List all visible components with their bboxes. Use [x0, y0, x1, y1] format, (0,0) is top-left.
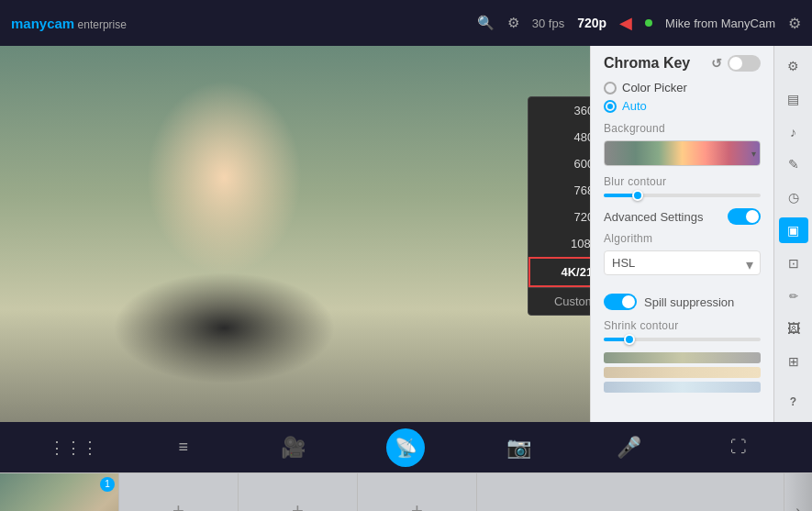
shrink-slider-thumb[interactable] [624, 334, 635, 345]
logo: manycam enterprise [11, 16, 468, 31]
sidebar-history-icon[interactable]: ◷ [779, 184, 808, 210]
logo-suffix: enterprise [74, 18, 127, 31]
bg-dropdown-arrow-icon: ▾ [751, 149, 756, 159]
res-option-480p[interactable]: 480p [528, 124, 590, 150]
scene-add-2[interactable]: + [239, 473, 358, 512]
advanced-settings-toggle[interactable] [728, 208, 761, 225]
resolution-button[interactable]: 720p [577, 16, 606, 30]
blur-slider-fill [604, 194, 635, 197]
shrink-slider-track[interactable] [604, 338, 761, 341]
res-option-600p[interactable]: 600p [528, 150, 590, 177]
list-toolbar-icon[interactable]: ≡ [167, 431, 200, 464]
photo-toolbar-icon[interactable]: 📷 [502, 431, 535, 464]
topbar: manycam enterprise 🔍 ⚙ 30 fps 720p ◀ Mik… [0, 0, 812, 46]
blur-slider-track[interactable] [604, 194, 761, 197]
scene-thumbnail-1[interactable]: 1 [0, 473, 119, 512]
auto-label: Auto [622, 99, 647, 113]
scene-badge: 1 [100, 477, 115, 492]
sidebar-icons: ⚙ ▤ ♪ ✎ ◷ ▣ ⊡ ✏ 🖼 ⊞ ? [773, 46, 812, 422]
scene-add-icon-1: + [172, 499, 184, 512]
color-picker-label: Color Picker [622, 81, 687, 94]
fullscreen-toolbar-icon[interactable]: ⛶ [722, 431, 755, 464]
scene-next-icon: › [795, 503, 800, 512]
color-picker-radio[interactable] [604, 82, 617, 94]
sidebar-audio-icon[interactable]: ♪ [779, 119, 808, 145]
video-preview [0, 46, 590, 422]
color-bar-2 [604, 367, 761, 378]
color-bar-3 [604, 382, 761, 393]
background-section-label: Background [604, 122, 761, 135]
bottom-scenes: 1 + + + › [0, 472, 812, 511]
algorithm-section-label: Algorithm [604, 232, 761, 245]
blur-slider-thumb[interactable] [632, 190, 643, 201]
fps-display: 30 fps [532, 17, 564, 30]
scene-add-3[interactable]: + [358, 473, 477, 512]
resolution-arrow-icon: ◀ [619, 13, 632, 33]
shrink-contour-slider[interactable] [604, 338, 761, 341]
auto-option[interactable]: Auto [604, 99, 761, 113]
color-bar-1 [604, 352, 761, 363]
reset-icon[interactable]: ↺ [711, 56, 722, 71]
scene-add-1[interactable]: + [119, 473, 239, 512]
topbar-controls: 🔍 ⚙ 30 fps 720p ◀ Mike from ManyCam ⚙ [477, 13, 801, 33]
scene-add-icon-2: + [292, 499, 304, 512]
sidebar-help-icon[interactable]: ? [779, 389, 808, 415]
mic-toolbar-icon[interactable]: 🎤 [612, 431, 645, 464]
res-customize-option[interactable]: Customize... [528, 287, 590, 315]
sidebar-image-icon[interactable]: 🖼 [779, 317, 808, 342]
sidebar-group-icon[interactable]: ⊞ [779, 349, 808, 374]
color-picker-option[interactable]: Color Picker [604, 81, 761, 94]
shrink-color-bars [604, 352, 761, 393]
panel-title: Chroma Key [604, 55, 690, 72]
resolution-dropdown: 360p 480p 600p 768p 720p 1080p 4K/2160p … [528, 96, 590, 316]
spill-suppression-label: Spill suppression [644, 295, 734, 309]
res-option-1080p[interactable]: 1080p [528, 230, 590, 257]
user-name: Mike from ManyCam [665, 17, 775, 30]
res-option-768p[interactable]: 768p [528, 177, 590, 204]
dots-toolbar-icon[interactable]: ⋮⋮⋮ [57, 431, 90, 464]
logo-cam: cam [47, 16, 74, 31]
shrink-contour-label: Shrink contour [604, 319, 761, 332]
broadcast-toolbar-icon[interactable]: 📡 [386, 428, 425, 467]
sidebar-layers-icon[interactable]: ▤ [779, 86, 808, 112]
spill-suppression-row: Spill suppression [604, 294, 761, 310]
auto-radio[interactable] [604, 100, 617, 113]
panel-title-row: Chroma Key ↺ [604, 55, 761, 72]
right-panel: Chroma Key ↺ Color Picker Auto Backgroun… [590, 46, 773, 422]
scene-add-icon-3: + [411, 499, 423, 512]
sidebar-brush-icon[interactable]: ✏ [779, 283, 808, 309]
video-area: 360p 480p 600p 768p 720p 1080p 4K/2160p … [0, 46, 590, 422]
sidebar-display-icon[interactable]: ▣ [779, 217, 808, 243]
blur-contour-label: Blur contour [604, 175, 761, 188]
sidebar-script-icon[interactable]: ✎ [779, 151, 808, 177]
res-option-4k[interactable]: 4K/2160p [528, 257, 590, 287]
res-option-360p[interactable]: 360p [528, 97, 590, 124]
main-area: 360p 480p 600p 768p 720p 1080p 4K/2160p … [0, 46, 812, 422]
advanced-settings-label: Advanced Settings [604, 210, 703, 224]
color-mode-group: Color Picker Auto [604, 81, 761, 113]
gear-icon[interactable]: ⚙ [788, 15, 801, 32]
scene-thumb-img [0, 473, 118, 512]
scene-empty-area [477, 473, 784, 512]
blur-contour-slider[interactable] [604, 194, 761, 197]
advanced-settings-row: Advanced Settings [604, 208, 761, 225]
algorithm-select-wrapper: HSL RGB YCbCr [604, 250, 761, 284]
scene-next-button[interactable]: › [784, 473, 812, 512]
zoom-icon[interactable]: 🔍 [477, 15, 495, 31]
background-color-picker[interactable]: ▾ [604, 140, 761, 166]
logo-many: many [11, 16, 47, 31]
user-status-dot [645, 19, 652, 27]
chroma-key-toggle[interactable] [728, 55, 761, 72]
sidebar-frame-icon[interactable]: ⊡ [779, 250, 808, 276]
sidebar-settings-icon[interactable]: ⚙ [779, 53, 808, 79]
res-option-720p[interactable]: 720p [528, 204, 590, 230]
settings2-icon[interactable]: ⚙ [507, 15, 519, 31]
algorithm-select[interactable]: HSL RGB YCbCr [604, 250, 761, 275]
camera-toolbar-icon[interactable]: 🎥 [277, 431, 310, 464]
bottom-toolbar: ⋮⋮⋮ ≡ 🎥 📡 📷 🎤 ⛶ [0, 422, 812, 472]
spill-suppression-toggle[interactable] [604, 294, 637, 310]
